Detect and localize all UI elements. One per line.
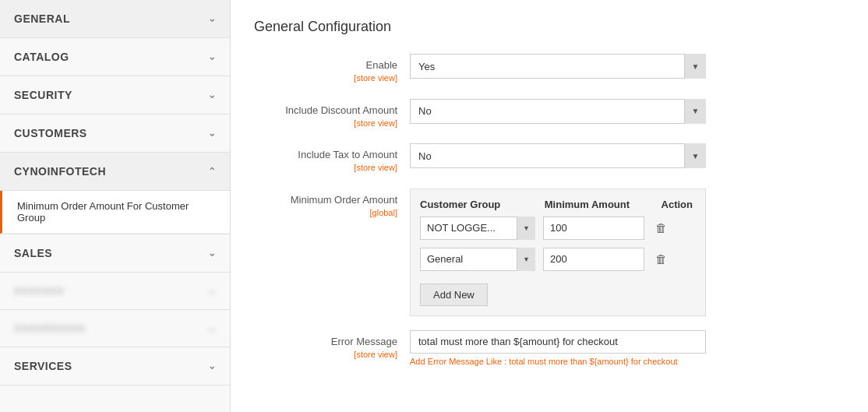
group-select-2[interactable]: NOT LOGGE... General Wholesale Retailer bbox=[420, 248, 535, 271]
sidebar-item-label-sales: SALES bbox=[14, 247, 52, 259]
submenu-item-label: Minimum Order Amount For Customer Group bbox=[17, 200, 216, 224]
enable-control: Yes No ▼ bbox=[410, 54, 845, 79]
chevron-down-icon: ⌄ bbox=[208, 90, 217, 100]
sidebar-item-catalog[interactable]: CATALOG ⌄ bbox=[0, 38, 230, 76]
sidebar-item-label-services: SERVICES bbox=[14, 360, 72, 372]
include-tax-label: Include Tax to Amount [store view] bbox=[254, 143, 410, 174]
include-discount-control: Yes No ▼ bbox=[410, 99, 845, 124]
group-select-1[interactable]: NOT LOGGE... General Wholesale Retailer bbox=[420, 217, 535, 240]
amount-input-1[interactable] bbox=[543, 217, 644, 240]
enable-select-wrap: Yes No ▼ bbox=[410, 54, 706, 79]
include-tax-select-wrap: Yes No ▼ bbox=[410, 143, 706, 168]
sidebar-item-label-blurred1: XXXXXXX bbox=[14, 285, 64, 297]
include-discount-select-wrap: Yes No ▼ bbox=[410, 99, 706, 124]
sidebar-item-label-cynoinfotech: CYNOINFOTECH bbox=[14, 165, 106, 178]
chevron-down-icon: ⌄ bbox=[208, 128, 217, 139]
sidebar-item-label-general: GENERAL bbox=[14, 12, 70, 25]
group-select-wrap-1: NOT LOGGE... General Wholesale Retailer … bbox=[420, 217, 535, 240]
add-new-button[interactable]: Add New bbox=[420, 283, 488, 306]
include-tax-row: Include Tax to Amount [store view] Yes N… bbox=[254, 143, 845, 174]
chevron-up-icon: ⌃ bbox=[208, 166, 217, 177]
include-discount-select[interactable]: Yes No bbox=[410, 99, 706, 124]
error-message-hint: Add Error Message Like : total must more… bbox=[410, 357, 845, 366]
include-tax-select[interactable]: Yes No bbox=[410, 143, 706, 168]
col-header-amount: Minimum Amount bbox=[545, 199, 662, 210]
chevron-down-icon: ⌄ bbox=[207, 285, 217, 297]
sidebar-item-blurred2[interactable]: XXXXXXXXXX ⌄ bbox=[0, 310, 230, 347]
chevron-down-icon: ⌄ bbox=[208, 361, 217, 372]
main-content: General Configuration Enable [store view… bbox=[231, 0, 868, 412]
col-header-action: Action bbox=[662, 199, 696, 210]
min-order-label: Minimum Order Amount [global] bbox=[254, 188, 410, 220]
error-message-row: Error Message [store view] Add Error Mes… bbox=[254, 330, 845, 366]
table-row: NOT LOGGE... General Wholesale Retailer … bbox=[420, 248, 696, 271]
amount-input-2[interactable] bbox=[543, 248, 644, 271]
sidebar-item-label-catalog: CATALOG bbox=[14, 51, 69, 63]
col-header-group: Customer Group bbox=[420, 199, 545, 210]
sidebar-item-security[interactable]: SECURITY ⌄ bbox=[0, 76, 230, 114]
error-message-input[interactable] bbox=[410, 330, 706, 354]
error-message-label: Error Message [store view] bbox=[254, 330, 410, 361]
min-order-control: Customer Group Minimum Amount Action NOT… bbox=[410, 188, 845, 316]
delete-row-1-button[interactable]: 🗑 bbox=[652, 220, 670, 236]
min-order-row: Minimum Order Amount [global] Customer G… bbox=[254, 188, 845, 316]
include-discount-row: Include Discount Amount [store view] Yes… bbox=[254, 99, 845, 130]
chevron-down-icon: ⌄ bbox=[207, 322, 217, 334]
sidebar-item-label-blurred2: XXXXXXXXXX bbox=[14, 322, 86, 334]
chevron-down-icon: ⌄ bbox=[208, 13, 217, 24]
chevron-down-icon: ⌄ bbox=[208, 51, 217, 62]
include-tax-control: Yes No ▼ bbox=[410, 143, 845, 168]
page-title: General Configuration bbox=[254, 19, 845, 35]
submenu-item-min-order[interactable]: Minimum Order Amount For Customer Group bbox=[0, 191, 230, 234]
include-discount-label: Include Discount Amount [store view] bbox=[254, 99, 410, 130]
cynoinfotech-submenu: Minimum Order Amount For Customer Group bbox=[0, 190, 230, 234]
enable-row: Enable [store view] Yes No ▼ bbox=[254, 54, 845, 85]
enable-label: Enable [store view] bbox=[254, 54, 410, 85]
enable-select[interactable]: Yes No bbox=[410, 54, 706, 79]
sidebar-item-sales[interactable]: SALES ⌄ bbox=[0, 234, 230, 273]
sidebar-item-services[interactable]: SERVICES ⌄ bbox=[0, 347, 230, 386]
sidebar: GENERAL ⌄ CATALOG ⌄ SECURITY ⌄ CUSTOMERS… bbox=[0, 0, 231, 412]
delete-row-2-button[interactable]: 🗑 bbox=[652, 251, 670, 267]
sidebar-item-blurred1[interactable]: XXXXXXX ⌄ bbox=[0, 273, 230, 310]
group-select-wrap-2: NOT LOGGE... General Wholesale Retailer … bbox=[420, 248, 535, 271]
sidebar-item-label-customers: CUSTOMERS bbox=[14, 127, 87, 139]
sidebar-item-label-security: SECURITY bbox=[14, 89, 72, 101]
table-row: NOT LOGGE... General Wholesale Retailer … bbox=[420, 217, 696, 240]
table-header: Customer Group Minimum Amount Action bbox=[420, 199, 696, 217]
customer-group-table: Customer Group Minimum Amount Action NOT… bbox=[410, 188, 706, 316]
chevron-down-icon: ⌄ bbox=[208, 248, 217, 259]
error-message-control: Add Error Message Like : total must more… bbox=[410, 330, 845, 366]
sidebar-item-general[interactable]: GENERAL ⌄ bbox=[0, 0, 230, 38]
sidebar-item-cynoinfotech[interactable]: CYNOINFOTECH ⌃ Minimum Order Amount For … bbox=[0, 153, 230, 234]
sidebar-item-customers[interactable]: CUSTOMERS ⌄ bbox=[0, 114, 230, 153]
